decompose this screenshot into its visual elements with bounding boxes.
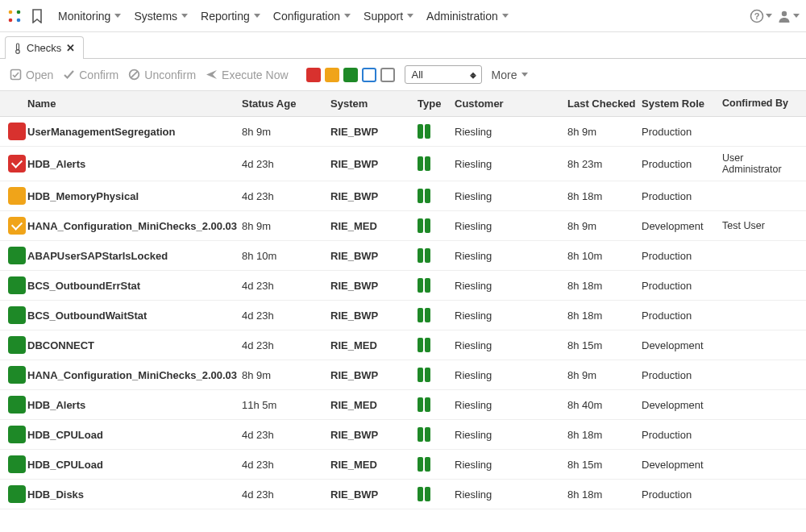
filter-orange[interactable] xyxy=(325,68,339,82)
execute-now-button[interactable]: Execute Now xyxy=(206,69,288,81)
col-system-role[interactable]: System Role xyxy=(642,98,722,110)
col-last-checked[interactable]: Last Checked xyxy=(567,98,642,110)
cell-status-age: 11h 5m xyxy=(242,399,330,411)
table-row[interactable]: UserManagementSegregation8h 9mRIE_BWPRie… xyxy=(0,117,806,147)
tab-close-icon[interactable]: ✕ xyxy=(66,42,75,54)
nav-support[interactable]: Support xyxy=(357,6,420,26)
toolbar: Open Confirm Unconfirm Execute Now All M… xyxy=(0,59,806,91)
tab-checks[interactable]: Checks ✕ xyxy=(5,36,84,59)
cell-last-checked: 8h 15m xyxy=(567,459,642,471)
nav-configuration[interactable]: Configuration xyxy=(267,6,357,26)
cell-last-checked: 8h 9m xyxy=(567,369,642,381)
table-row[interactable]: HDB_Alerts4d 23hRIE_BWPRiesling8h 23mPro… xyxy=(0,147,806,181)
svg-point-0 xyxy=(9,10,13,14)
filter-green[interactable] xyxy=(343,68,358,82)
cell-system-role: Production xyxy=(642,250,722,262)
cell-type xyxy=(418,487,455,501)
cell-system-role: Production xyxy=(642,369,722,381)
database-icon xyxy=(418,427,430,442)
filter-red[interactable] xyxy=(306,68,321,82)
col-confirmed-by[interactable]: Confirmed By xyxy=(722,98,798,110)
cell-system-role: Production xyxy=(642,280,722,292)
table-row[interactable]: HANA_Configuration_MiniChecks_2.00.038h … xyxy=(0,360,806,390)
filter-select[interactable]: All xyxy=(405,65,482,84)
col-name[interactable]: Name xyxy=(27,98,242,110)
cell-customer: Riesling xyxy=(455,488,567,501)
col-customer[interactable]: Customer xyxy=(455,98,567,110)
cell-system-role: Production xyxy=(642,429,722,441)
check-icon xyxy=(11,219,23,231)
unconfirm-button[interactable]: Unconfirm xyxy=(128,69,196,81)
checks-table: Name Status Age System Type Customer Las… xyxy=(0,91,806,509)
status-badge xyxy=(8,426,26,443)
cell-type xyxy=(418,189,455,203)
chevron-down-icon xyxy=(407,14,413,18)
user-icon[interactable] xyxy=(777,5,800,27)
bookmark-icon[interactable] xyxy=(27,6,47,26)
app-logo[interactable] xyxy=(6,8,23,24)
cell-status-age: 4d 23h xyxy=(242,488,330,501)
database-icon xyxy=(418,397,430,412)
cell-system: RIE_BWP xyxy=(330,126,418,138)
cell-system: RIE_MED xyxy=(330,459,418,471)
status-badge xyxy=(8,306,26,324)
nav-monitoring[interactable]: Monitoring xyxy=(52,6,127,26)
table-row[interactable]: HDB_MemoryPhysical4d 23hRIE_BWPRiesling8… xyxy=(0,181,806,211)
table-row[interactable]: HDB_CPULoad4d 23hRIE_BWPRiesling8h 18mPr… xyxy=(0,420,806,450)
table-row[interactable]: HDB_Alerts11h 5mRIE_MEDRiesling8h 40mDev… xyxy=(0,390,806,420)
table-row[interactable]: BCS_OutboundWaitStat4d 23hRIE_BWPRieslin… xyxy=(0,301,806,330)
nav-systems[interactable]: Systems xyxy=(127,6,194,26)
nav-administration[interactable]: Administration xyxy=(420,6,515,26)
status-badge xyxy=(8,396,26,414)
tab-label: Checks xyxy=(27,42,61,54)
table-row[interactable]: ABAPUserSAPStarIsLocked8h 10mRIE_BWPRies… xyxy=(0,241,806,271)
col-type[interactable]: Type xyxy=(418,98,455,110)
cell-last-checked: 8h 9m xyxy=(567,126,642,138)
cell-customer: Riesling xyxy=(455,339,567,351)
status-legend xyxy=(306,68,395,82)
table-row[interactable]: BCS_OutboundErrStat4d 23hRIE_BWPRiesling… xyxy=(0,271,806,301)
cell-status-age: 8h 10m xyxy=(242,250,330,262)
help-icon[interactable]: ? xyxy=(750,5,772,27)
database-icon xyxy=(418,457,430,472)
status-badge xyxy=(8,123,26,140)
status-badge xyxy=(8,366,26,384)
table-row[interactable]: DBCONNECT4d 23hRIE_MEDRiesling8h 15mDeve… xyxy=(0,330,806,360)
cell-status-age: 4d 23h xyxy=(242,429,330,441)
nav-reporting[interactable]: Reporting xyxy=(194,6,267,26)
table-row[interactable]: HANA_Configuration_MiniChecks_2.00.038h … xyxy=(0,211,806,241)
more-button[interactable]: More xyxy=(492,69,529,81)
tab-bar: Checks ✕ xyxy=(0,32,806,59)
cell-system-role: Development xyxy=(642,399,722,411)
col-system[interactable]: System xyxy=(330,98,418,110)
open-button[interactable]: Open xyxy=(10,69,53,81)
table-row[interactable]: HDB_CPULoad4d 23hRIE_MEDRiesling8h 15mDe… xyxy=(0,450,806,480)
cell-confirmed-by: User Administrator xyxy=(722,152,798,175)
svg-line-11 xyxy=(131,71,138,77)
database-icon xyxy=(418,124,430,139)
cell-system: RIE_BWP xyxy=(330,310,418,322)
cell-name: UserManagementSegregation xyxy=(27,126,242,138)
cell-status-age: 8h 9m xyxy=(242,126,330,138)
cell-customer: Riesling xyxy=(455,220,567,232)
cell-type xyxy=(418,308,455,322)
cell-status-age: 4d 23h xyxy=(242,310,330,322)
filter-blue[interactable] xyxy=(362,68,376,82)
cell-type xyxy=(418,427,455,442)
database-icon xyxy=(418,278,430,293)
cell-last-checked: 8h 18m xyxy=(567,190,642,202)
cell-status-age: 8h 9m xyxy=(242,220,330,232)
cell-name: BCS_OutboundErrStat xyxy=(27,280,242,292)
cell-type xyxy=(418,457,455,472)
confirm-button[interactable]: Confirm xyxy=(63,69,118,81)
cell-name: HANA_Configuration_MiniChecks_2.00.03 xyxy=(27,220,242,232)
database-icon xyxy=(418,368,430,382)
cell-name: HDB_Alerts xyxy=(27,158,242,170)
table-row[interactable]: HDB_Disks4d 23hRIE_BWPRiesling8h 18mProd… xyxy=(0,480,806,509)
cell-system: RIE_MED xyxy=(330,399,418,411)
status-badge xyxy=(8,485,26,503)
col-status-age[interactable]: Status Age xyxy=(242,98,330,110)
cell-last-checked: 8h 18m xyxy=(567,280,642,292)
filter-gray[interactable] xyxy=(380,68,395,82)
cell-status-age: 4d 23h xyxy=(242,158,330,170)
